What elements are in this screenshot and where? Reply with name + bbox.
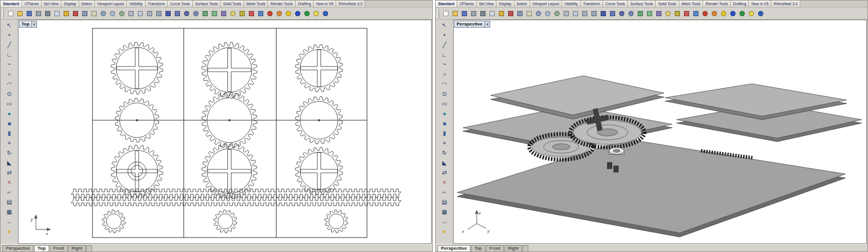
menu-tab-visibility[interactable]: Visibility <box>562 1 580 7</box>
menu-tab-rhinonest-3-0[interactable]: RhinoNest 3.0 <box>771 1 800 7</box>
viewport-title-dropdown-icon[interactable]: ▾ <box>32 21 37 28</box>
select-arrow-icon[interactable]: ↖ <box>2 20 16 30</box>
sphere-icon[interactable]: ● <box>437 109 451 118</box>
material-blue-sphere-icon[interactable] <box>293 9 302 18</box>
array-icon[interactable]: ▦ <box>437 207 451 217</box>
menu-tab-mesh-tools[interactable]: Mesh Tools <box>679 1 704 7</box>
ellipse-icon[interactable]: ⊙ <box>437 89 451 99</box>
lock-icon[interactable] <box>237 9 247 18</box>
viewport-tab-top[interactable]: Top <box>471 245 486 251</box>
cut-icon[interactable] <box>478 9 487 18</box>
viewport-title-dropdown-icon[interactable]: ▾ <box>485 21 490 28</box>
menu-tab-solid-tools[interactable]: Solid Tools <box>220 1 244 7</box>
dimension-icon[interactable]: ↔ <box>2 217 16 227</box>
save-icon[interactable] <box>24 9 34 18</box>
menu-tab-new-in-v5[interactable]: New in V5 <box>749 1 771 7</box>
copy-icon[interactable] <box>487 9 496 18</box>
render-icon[interactable] <box>265 9 274 18</box>
menu-tab-viewport-layout[interactable]: Viewport Layout <box>530 1 562 7</box>
menu-tab-render-tools[interactable]: Render Tools <box>268 1 295 7</box>
menu-tab-cplanes[interactable]: CPlanes <box>457 1 477 7</box>
menu-tab-rhinonest-3-0[interactable]: RhinoNest 3.0 <box>336 1 365 7</box>
circle-icon[interactable]: ○ <box>2 69 16 79</box>
menu-tab-set-view[interactable]: Set View <box>42 1 62 7</box>
print-icon[interactable] <box>34 9 43 18</box>
viewport-tab-perspective[interactable]: Perspective <box>2 245 34 251</box>
material-green-sphere-icon[interactable] <box>302 9 311 18</box>
menu-tab-visibility[interactable]: Visibility <box>127 1 145 7</box>
menu-tab-drafting[interactable]: Drafting <box>296 1 314 7</box>
perspective-view-canvas[interactable]: zxy <box>454 20 866 243</box>
menu-tab-new-in-v5[interactable]: New in V5 <box>314 1 336 7</box>
menu-tab-curve-tools[interactable]: Curve Tools <box>603 1 628 7</box>
material-blue-sphere-icon[interactable] <box>728 9 737 18</box>
menu-tab-solid-tools[interactable]: Solid Tools <box>656 1 679 7</box>
help-icon[interactable] <box>321 9 330 18</box>
box-icon[interactable]: ■ <box>437 118 451 128</box>
viewport-tab-new[interactable] <box>86 245 92 251</box>
undo-icon[interactable] <box>496 9 506 18</box>
lamp-icon[interactable]: ● <box>2 227 16 236</box>
circle-icon[interactable]: ○ <box>437 69 451 79</box>
surface-icon[interactable] <box>200 9 209 18</box>
sphere-icon[interactable]: ● <box>2 109 16 118</box>
rotate-icon[interactable]: ↻ <box>2 148 16 158</box>
extrude-srf-icon[interactable]: ▤ <box>2 197 16 207</box>
viewport-tab-perspective[interactable]: Perspective <box>437 245 470 251</box>
fillet-icon[interactable]: ⌐ <box>2 187 16 197</box>
layer-icon[interactable] <box>247 9 256 18</box>
viewport-top[interactable]: Top ▾ yx <box>18 20 432 244</box>
copy-icon[interactable] <box>52 9 61 18</box>
viewport-tab-front[interactable]: Front <box>50 245 68 251</box>
save-icon[interactable] <box>459 9 469 18</box>
viewport-tab-top[interactable]: Top <box>34 245 49 251</box>
menu-tab-viewport-layout[interactable]: Viewport Layout <box>95 1 127 7</box>
circle-icon[interactable] <box>617 9 626 18</box>
trim-icon[interactable]: × <box>2 177 16 187</box>
ellipse-icon[interactable]: ⊙ <box>2 89 16 99</box>
polyline-icon[interactable] <box>608 9 617 18</box>
hide-icon[interactable] <box>228 9 237 18</box>
new-file-icon[interactable] <box>6 9 15 18</box>
move-icon[interactable] <box>126 9 135 18</box>
lock-icon[interactable] <box>672 9 682 18</box>
curve-icon[interactable] <box>163 9 172 18</box>
menu-tab-select[interactable]: Select <box>79 1 95 7</box>
menu-tab-standard[interactable]: Standard <box>436 1 457 7</box>
menu-tab-surface-tools[interactable]: Surface Tools <box>193 1 220 7</box>
zoom-extents-icon[interactable] <box>108 9 117 18</box>
curve-icon[interactable] <box>598 9 608 18</box>
extrude-icon[interactable] <box>645 9 654 18</box>
trim-icon[interactable]: × <box>437 177 451 187</box>
rotate-icon[interactable] <box>580 9 589 18</box>
select-arrow-icon[interactable]: ↖ <box>437 20 451 30</box>
render-preview-icon[interactable] <box>709 9 719 18</box>
menu-tab-drafting[interactable]: Drafting <box>731 1 749 7</box>
open-file-icon[interactable] <box>450 9 459 18</box>
layer-icon[interactable] <box>682 9 691 18</box>
menu-tab-transform[interactable]: Transform <box>146 1 168 7</box>
menu-tab-standard[interactable]: Standard <box>1 1 22 7</box>
lamp-icon[interactable]: ● <box>437 227 451 236</box>
rotate-view-icon[interactable] <box>552 9 561 18</box>
menu-tab-surface-tools[interactable]: Surface Tools <box>628 1 656 7</box>
properties-icon[interactable] <box>256 9 265 18</box>
viewport-title[interactable]: Perspective ▾ <box>454 21 490 28</box>
polyline-icon[interactable]: ∟ <box>2 50 16 60</box>
sun-icon[interactable] <box>284 9 293 18</box>
material-green-sphere-icon[interactable] <box>737 9 746 18</box>
pan-icon[interactable] <box>89 9 98 18</box>
zoom-window-icon[interactable] <box>98 9 108 18</box>
delete-icon[interactable] <box>506 9 515 18</box>
rectangle-icon[interactable]: ▭ <box>437 99 451 109</box>
box-icon[interactable]: ■ <box>2 118 16 128</box>
scale-icon[interactable] <box>154 9 163 18</box>
rotate-icon[interactable] <box>145 9 154 18</box>
zoom-window-icon[interactable] <box>534 9 543 18</box>
curve-icon[interactable]: ~ <box>437 60 451 69</box>
rotate-icon[interactable]: ↻ <box>437 148 451 158</box>
move-icon[interactable]: + <box>437 138 451 148</box>
polyline-icon[interactable] <box>172 9 182 18</box>
viewport-tab-front[interactable]: Front <box>486 245 504 251</box>
surface-icon[interactable] <box>635 9 645 18</box>
